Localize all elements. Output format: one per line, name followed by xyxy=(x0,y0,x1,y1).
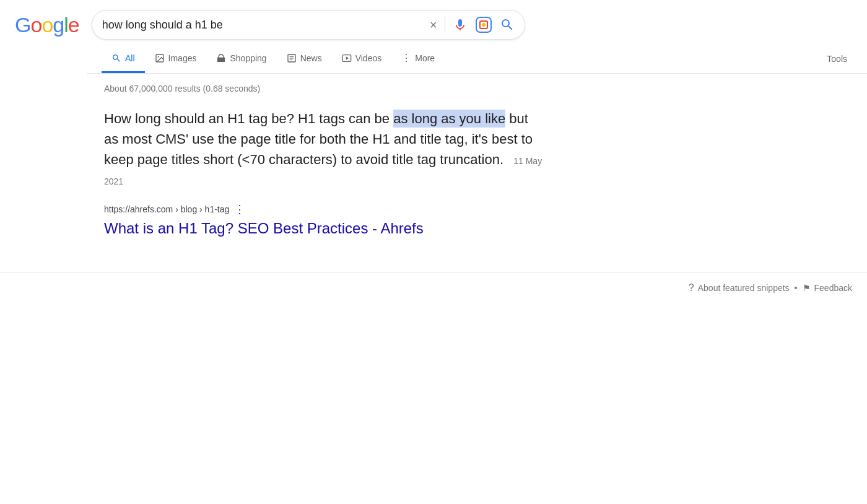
featured-snippet: How long should an H1 tag be? H1 tags ca… xyxy=(104,108,542,190)
tab-videos[interactable]: Videos xyxy=(332,45,392,73)
tab-all-label: All xyxy=(125,53,135,63)
result-options-icon[interactable]: ⋮ xyxy=(234,202,245,216)
results-count: About 67,000,000 results (0.68 seconds) xyxy=(104,84,542,93)
search-bar-icons: × xyxy=(430,16,515,33)
search-button-icon[interactable] xyxy=(500,17,515,32)
svg-point-2 xyxy=(482,23,486,27)
search-input[interactable]: how long should a h1 be xyxy=(102,19,430,32)
google-logo[interactable]: Google xyxy=(15,13,79,37)
more-tab-icon: ⋮ xyxy=(401,52,411,64)
vertical-divider xyxy=(445,16,445,33)
search-tab-icon xyxy=(111,53,121,64)
tools-button[interactable]: Tools xyxy=(822,46,852,71)
news-tab-icon xyxy=(287,53,297,64)
tab-videos-label: Videos xyxy=(355,53,382,63)
result-url-text: https://ahrefs.com › blog › h1-tag xyxy=(104,204,229,214)
google-lens-icon[interactable] xyxy=(475,16,492,33)
svg-marker-10 xyxy=(346,57,348,60)
logo-letter-o2: o xyxy=(41,13,53,37)
header: Google how long should a h1 be × xyxy=(0,0,867,45)
tab-more[interactable]: ⋮ More xyxy=(391,45,445,73)
logo-letter-e: e xyxy=(68,13,79,37)
footer: ? About featured snippets • ⚑ Feedback xyxy=(0,272,867,303)
feedback-label: Feedback xyxy=(814,283,852,293)
tab-news-label: News xyxy=(300,53,322,63)
about-snippets-item[interactable]: ? About featured snippets xyxy=(689,282,790,293)
question-icon: ? xyxy=(689,282,694,293)
tab-all[interactable]: All xyxy=(102,45,145,73)
shopping-tab-icon xyxy=(216,53,226,64)
search-bar-container: how long should a h1 be × xyxy=(92,10,525,40)
svg-point-4 xyxy=(157,56,159,58)
footer-separator: • xyxy=(795,283,798,293)
logo-letter-g2: g xyxy=(53,13,64,37)
snippet-text-highlight: as long as you like xyxy=(393,110,505,128)
about-snippets-label: About featured snippets xyxy=(698,283,790,293)
videos-tab-icon xyxy=(342,53,352,64)
tab-more-label: More xyxy=(415,53,435,63)
result-title-link[interactable]: What is an H1 Tag? SEO Best Practices - … xyxy=(104,220,542,237)
tab-shopping-label: Shopping xyxy=(230,53,266,63)
snippet-text: How long should an H1 tag be? H1 tags ca… xyxy=(104,108,542,190)
logo-letter-g: G xyxy=(15,13,30,37)
results-area: About 67,000,000 results (0.68 seconds) … xyxy=(0,74,557,247)
images-tab-icon xyxy=(155,53,165,64)
search-bar[interactable]: how long should a h1 be × xyxy=(92,10,525,40)
result-url: https://ahrefs.com › blog › h1-tag ⋮ xyxy=(104,202,542,216)
tab-shopping[interactable]: Shopping xyxy=(206,45,276,73)
search-result-item: https://ahrefs.com › blog › h1-tag ⋮ Wha… xyxy=(104,202,542,237)
snippet-text-before: How long should an H1 tag be? H1 tags ca… xyxy=(104,111,393,126)
logo-letter-o1: o xyxy=(30,13,41,37)
nav-tabs: All Images Shopping xyxy=(87,45,867,74)
microphone-icon[interactable] xyxy=(453,17,468,32)
tab-images[interactable]: Images xyxy=(145,45,207,73)
tab-images-label: Images xyxy=(168,53,197,63)
feedback-item[interactable]: ⚑ Feedback xyxy=(803,283,852,293)
tab-news[interactable]: News xyxy=(277,45,332,73)
feedback-icon: ⚑ xyxy=(803,283,811,293)
clear-icon[interactable]: × xyxy=(430,18,437,32)
